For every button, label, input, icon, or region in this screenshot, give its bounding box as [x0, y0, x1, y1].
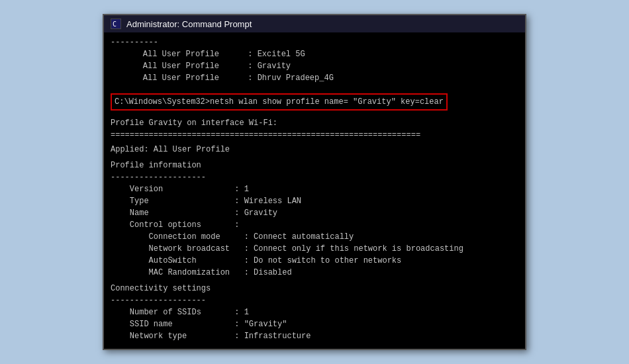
cmd-window: C Administrator: Command Prompt --------… — [103, 14, 526, 350]
connectivity-label: Connectivity settings — [111, 283, 518, 295]
profile-line-1: All User Profile : Excitel 5G — [111, 48, 518, 60]
profile-label-1: All User Profile — [143, 50, 248, 59]
profile-value-3: Dhruv Pradeep_4G — [258, 73, 334, 83]
field-type: Type : Wireless LAN — [111, 195, 518, 207]
profile-header: Profile Gravity on interface Wi-Fi: — [111, 117, 518, 129]
field-control-options: Control options : — [111, 219, 518, 231]
profile-info-label: Profile information — [111, 159, 518, 171]
applied-line: Applied: All User Profile — [111, 144, 518, 156]
command-highlight: C:\Windows\System32>netsh wlan show prof… — [111, 93, 448, 111]
field-num-ssids: Number of SSIDs : 1 — [111, 306, 518, 318]
field-connection-mode: Connection mode : Connect automatically — [111, 231, 518, 243]
field-mac-randomization: MAC Randomization : Disabled — [111, 267, 518, 279]
profile-line-3: All User Profile : Dhruv Pradeep_4G — [111, 72, 518, 84]
profile-value-2: Gravity — [258, 62, 291, 71]
top-separator: ---------- — [111, 36, 518, 48]
field-network-broadcast: Network broadcast : Connect only if this… — [111, 243, 518, 255]
equals-separator: ========================================… — [111, 129, 518, 141]
field-version: Version : 1 — [111, 183, 518, 195]
command-line-row: C:\Windows\System32>netsh wlan show prof… — [111, 93, 518, 111]
title-bar: C Administrator: Command Prompt — [104, 15, 525, 32]
field-ssid-name: SSID name : "Gravity" — [111, 318, 518, 330]
field-network-type: Network type : Infrastructure — [111, 330, 518, 342]
window-title: Administrator: Command Prompt — [126, 19, 252, 29]
profile-label-3: All User Profile — [143, 73, 248, 83]
dash-separator-1: -------------------- — [111, 171, 518, 183]
profile-label-2: All User Profile — [143, 62, 248, 71]
terminal-content: ---------- All User Profile : Excitel 5G… — [104, 32, 525, 349]
dash-separator-2: -------------------- — [111, 295, 518, 306]
profile-line-2: All User Profile : Gravity — [111, 60, 518, 72]
svg-text:C: C — [113, 21, 117, 28]
cmd-icon: C — [111, 19, 121, 29]
field-name: Name : Gravity — [111, 207, 518, 219]
profile-value-1: Excitel 5G — [258, 50, 305, 59]
field-autoswitch: AutoSwitch : Do not switch to other netw… — [111, 255, 518, 267]
